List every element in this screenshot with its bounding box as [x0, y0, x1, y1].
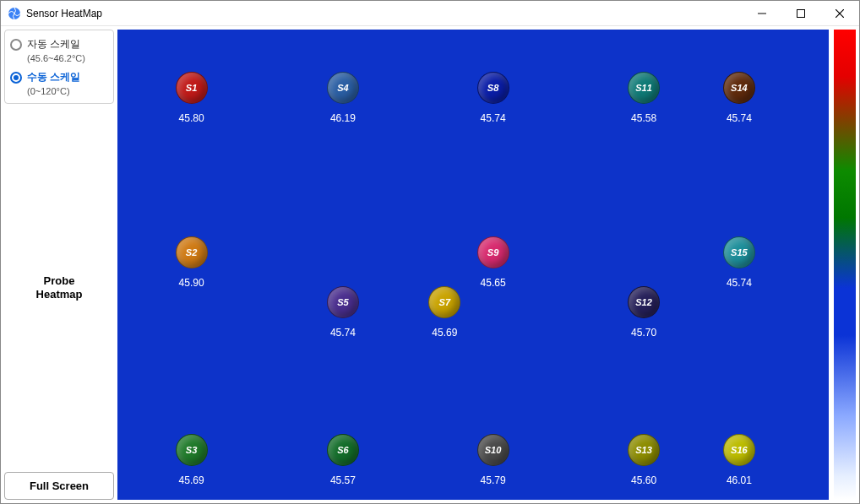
sensor-bubble: S5 [327, 286, 359, 318]
sensor-s15[interactable]: S1545.74 [723, 236, 755, 289]
sensor-s13[interactable]: S1345.60 [628, 434, 660, 486]
client-area: 자동 스케일 (45.6~46.2°C) 수동 스케일 (0~120°C) Pr… [1, 26, 859, 503]
sensor-value: 45.80 [179, 112, 204, 124]
sensor-s14[interactable]: S1445.74 [723, 72, 755, 124]
probe-title-line2: Heatmap [36, 288, 83, 301]
sensor-value: 45.57 [330, 474, 356, 486]
sensor-s3[interactable]: S345.69 [176, 434, 208, 486]
sensor-s6[interactable]: S645.57 [327, 434, 359, 486]
sensor-bubble: S2 [176, 236, 208, 268]
sensor-s12[interactable]: S1245.70 [628, 286, 660, 339]
sensor-s8[interactable]: S845.74 [477, 72, 509, 124]
sensor-s4[interactable]: S446.19 [327, 72, 359, 124]
window-title: Sensor HeatMap [26, 8, 102, 19]
fullscreen-button[interactable]: Full Screen [4, 472, 114, 500]
sensor-bubble: S1 [176, 72, 208, 104]
sensor-value: 45.90 [179, 277, 204, 289]
sensor-value: 45.74 [727, 112, 752, 124]
sensor-s5[interactable]: S545.74 [327, 286, 359, 339]
sensor-bubble: S15 [723, 236, 755, 268]
sensor-value: 45.60 [631, 474, 656, 486]
sensor-value: 46.01 [727, 474, 752, 486]
sensor-s7[interactable]: S745.69 [428, 286, 460, 339]
sensor-bubble: S7 [428, 286, 460, 318]
fullscreen-button-label: Full Screen [30, 480, 89, 492]
sensor-bubble: S11 [628, 72, 660, 104]
sensor-bubble: S6 [327, 434, 359, 466]
app-icon [8, 7, 21, 20]
probe-title-line1: Probe [44, 274, 75, 287]
sensor-value: 45.79 [481, 474, 506, 486]
sensor-s16[interactable]: S1646.01 [723, 434, 755, 486]
svg-rect-2 [797, 9, 805, 17]
maximize-button[interactable] [781, 1, 820, 26]
app-window: Sensor HeatMap 자동 스케일 (45.6~46.2°C) [0, 0, 860, 504]
sensor-value: 45.69 [179, 474, 204, 486]
sensor-value: 46.19 [330, 112, 356, 124]
sensor-bubble: S13 [628, 434, 660, 466]
sensor-s9[interactable]: S945.65 [477, 236, 509, 289]
heatmap-canvas[interactable]: S145.80S446.19S845.74S1145.58S1445.74S24… [117, 30, 829, 500]
colorbar [834, 30, 856, 500]
close-button[interactable] [820, 1, 859, 26]
scale-radio-group: 자동 스케일 (45.6~46.2°C) 수동 스케일 (0~120°C) [4, 30, 114, 104]
radio-icon [10, 72, 22, 84]
sensor-s11[interactable]: S1145.58 [628, 72, 660, 124]
sensor-bubble: S16 [723, 434, 755, 466]
minimize-button[interactable] [743, 1, 781, 26]
sensor-s10[interactable]: S1045.79 [477, 434, 509, 486]
sensor-value: 45.65 [481, 277, 506, 289]
sensor-s2[interactable]: S245.90 [176, 236, 208, 289]
sensor-value: 45.74 [727, 277, 752, 289]
probe-heatmap-title: Probe Heatmap [36, 274, 83, 301]
sensor-bubble: S9 [477, 236, 509, 268]
radio-manual-scale-label: 수동 스케일 [27, 70, 80, 84]
radio-auto-scale-sub: (45.6~46.2°C) [27, 53, 108, 63]
sidebar-mid: Probe Heatmap [4, 111, 114, 465]
sensor-value: 45.70 [631, 327, 656, 339]
sidebar: 자동 스케일 (45.6~46.2°C) 수동 스케일 (0~120°C) Pr… [4, 30, 114, 500]
heatmap-area: S145.80S446.19S845.74S1145.58S1445.74S24… [117, 30, 856, 500]
radio-manual-scale[interactable]: 수동 스케일 [10, 70, 108, 84]
sensor-bubble: S10 [477, 434, 509, 466]
titlebar: Sensor HeatMap [1, 1, 859, 26]
sensor-bubble: S3 [176, 434, 208, 466]
sensor-bubble: S12 [628, 286, 660, 318]
radio-icon [10, 39, 22, 51]
sensor-value: 45.58 [631, 112, 656, 124]
sensor-bubble: S8 [477, 72, 509, 104]
sensor-value: 45.69 [432, 327, 457, 339]
sensor-value: 45.74 [481, 112, 506, 124]
radio-auto-scale-label: 자동 스케일 [27, 37, 80, 51]
sensor-value: 45.74 [330, 327, 356, 339]
radio-auto-scale[interactable]: 자동 스케일 [10, 37, 108, 51]
sensor-s1[interactable]: S145.80 [176, 72, 208, 124]
radio-manual-scale-sub: (0~120°C) [27, 86, 108, 96]
sensor-bubble: S4 [327, 72, 359, 104]
sensor-bubble: S14 [723, 72, 755, 104]
